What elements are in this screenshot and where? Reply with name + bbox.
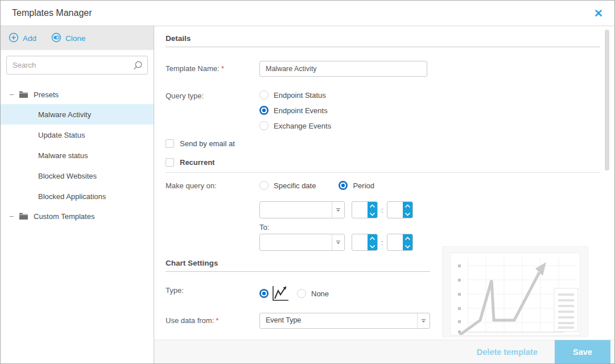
- recurrent-checkbox-row[interactable]: Recurrent: [166, 158, 600, 167]
- add-button-label: Add: [23, 34, 36, 43]
- collapse-icon[interactable]: [10, 216, 14, 217]
- tree-folder-custom-templates[interactable]: Custom Templates: [1, 206, 154, 226]
- from-minute-spinner[interactable]: [387, 201, 413, 218]
- templates-manager-dialog: Templates Manager ✕ Add Clone: [0, 0, 615, 364]
- query-type-row: Query type: Endpoint Status Endpoint Eve…: [166, 88, 600, 130]
- radio-endpoint-events[interactable]: Endpoint Events: [259, 106, 331, 115]
- radio-icon[interactable]: [259, 90, 269, 100]
- to-date-select[interactable]: [259, 234, 345, 251]
- to-label: To:: [259, 223, 600, 231]
- page-title: Templates Manager: [12, 8, 92, 18]
- chart-preview-image: [450, 253, 580, 336]
- to-minute-spinner[interactable]: [387, 234, 413, 251]
- search-input[interactable]: [6, 56, 148, 75]
- add-icon: [9, 32, 19, 44]
- search-icon: [133, 60, 143, 73]
- recurrent-checkbox[interactable]: [166, 158, 174, 167]
- template-name-input[interactable]: [259, 61, 427, 77]
- folder-icon: [19, 212, 28, 220]
- dropdown-arrow-icon[interactable]: [332, 202, 344, 218]
- radio-endpoint-status[interactable]: Endpoint Status: [259, 90, 331, 100]
- spinner-up-button[interactable]: [368, 202, 377, 210]
- time-separator: :: [381, 206, 383, 214]
- required-asterisk: *: [221, 64, 224, 73]
- tree-item-label: Blocked Applications: [38, 192, 106, 201]
- line-chart-icon: [271, 286, 289, 301]
- chart-type-label: Type:: [166, 286, 259, 295]
- clone-icon: [51, 32, 61, 44]
- divider: [166, 172, 600, 173]
- tree-folder-label: Custom Templates: [34, 212, 94, 221]
- tree-item-malware-activity[interactable]: Malware Activity: [1, 104, 154, 125]
- radio-icon[interactable]: [259, 181, 269, 190]
- sidebar: Add Clone Presets: [1, 26, 154, 363]
- close-icon[interactable]: ✕: [594, 8, 603, 19]
- collapse-icon[interactable]: [10, 94, 14, 95]
- sidebar-toolbar: Add Clone: [1, 26, 154, 50]
- tree-item-malware-status[interactable]: Malware status: [1, 145, 154, 166]
- tree-item-blocked-websites[interactable]: Blocked Websites: [1, 166, 154, 186]
- radio-period[interactable]: Period: [339, 181, 374, 190]
- spinner-up-button[interactable]: [403, 234, 412, 242]
- query-type-label: Query type:: [166, 88, 259, 100]
- send-by-email-checkbox-row[interactable]: Send by email at: [166, 139, 600, 148]
- time-separator: :: [381, 238, 383, 247]
- scrollbar-thumb[interactable]: [605, 30, 609, 171]
- dropdown-arrow-icon[interactable]: [332, 234, 344, 250]
- section-title-details: Details: [166, 34, 600, 43]
- chart-preview: [442, 246, 588, 337]
- tree-item-update-status[interactable]: Update Status: [1, 125, 154, 145]
- radio-icon-selected[interactable]: [259, 106, 269, 115]
- tree-item-label: Malware Activity: [38, 110, 91, 119]
- required-asterisk: *: [216, 316, 218, 325]
- footer-bar: Delete template Save: [154, 340, 614, 363]
- spinner-up-button[interactable]: [368, 234, 377, 242]
- spinner-up-button[interactable]: [403, 202, 412, 210]
- clone-button[interactable]: Clone: [51, 32, 85, 44]
- save-button[interactable]: Save: [555, 340, 610, 364]
- tree-item-label: Blocked Websites: [38, 172, 97, 180]
- titlebar: Templates Manager ✕: [1, 1, 614, 26]
- use-data-from-select[interactable]: Event Type: [259, 313, 430, 329]
- radio-icon-selected[interactable]: [339, 181, 348, 190]
- radio-exchange-events[interactable]: Exchange Events: [259, 121, 331, 130]
- none-option-label: None: [311, 289, 329, 298]
- radio-specific-date[interactable]: Specific date: [259, 181, 316, 190]
- radio-icon[interactable]: [259, 121, 269, 130]
- tree-folder-presets[interactable]: Presets: [1, 85, 154, 104]
- radio-none[interactable]: [297, 289, 306, 298]
- tree-item-blocked-applications[interactable]: Blocked Applications: [1, 186, 154, 206]
- section-rule: [166, 47, 600, 47]
- spinner-down-button[interactable]: [403, 242, 412, 250]
- template-name-row: Template Name:*: [166, 61, 600, 77]
- spinner-down-button[interactable]: [368, 210, 377, 218]
- search-box: [6, 56, 148, 75]
- to-hour-spinner[interactable]: [352, 234, 378, 251]
- tree-folder-label: Presets: [34, 90, 59, 99]
- main-panel: Details Template Name:* Query type: Endp…: [154, 26, 614, 363]
- make-query-on-label: Make query on:: [166, 181, 259, 190]
- folder-icon: [19, 90, 28, 98]
- delete-template-button[interactable]: Delete template: [477, 348, 538, 357]
- send-by-email-checkbox[interactable]: [166, 139, 174, 148]
- template-tree: Presets Malware Activity Update Status M…: [1, 77, 154, 226]
- add-button[interactable]: Add: [9, 32, 36, 44]
- tree-item-label: Malware status: [38, 151, 88, 160]
- from-date-select[interactable]: [259, 201, 345, 218]
- tree-item-label: Update Status: [38, 131, 85, 139]
- from-datetime-row: :: [259, 201, 600, 218]
- clone-button-label: Clone: [65, 34, 85, 43]
- section-rule: [166, 271, 430, 272]
- radio-line-chart[interactable]: [259, 289, 269, 298]
- spinner-down-button[interactable]: [403, 210, 412, 218]
- use-data-from-label: Use data from:: [166, 316, 214, 325]
- spinner-down-button[interactable]: [368, 242, 377, 250]
- dropdown-arrow-icon[interactable]: [417, 313, 430, 328]
- template-name-label: Template Name:: [166, 64, 220, 73]
- make-query-on-row: Make query on: Specific date Period: [166, 181, 600, 190]
- from-hour-spinner[interactable]: [352, 201, 378, 218]
